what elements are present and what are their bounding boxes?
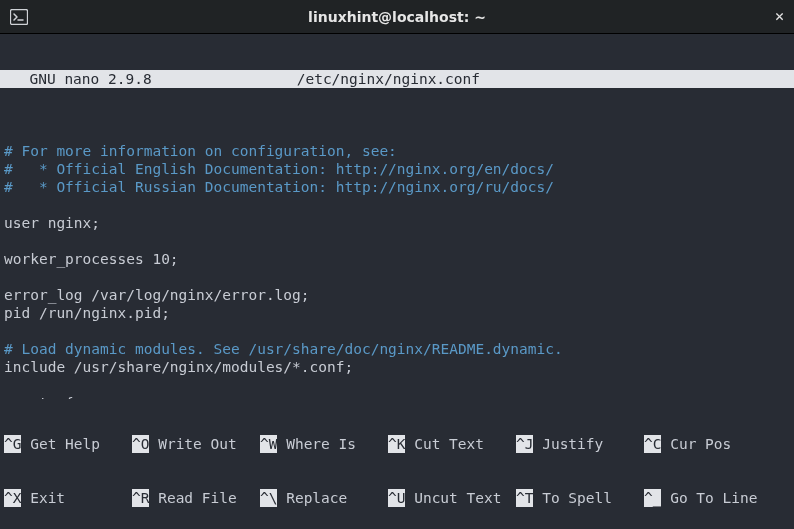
editor-line: # Load dynamic modules. See /usr/share/d… [4, 340, 790, 358]
editor-line: worker_processes 10; [4, 250, 790, 268]
shortcut-item: ^TTo Spell [516, 489, 644, 507]
shortcut-label: Where Is [277, 435, 356, 453]
shortcut-label: Replace [277, 489, 347, 507]
shortcut-key: ^K [388, 435, 405, 453]
nano-app-label: GNU nano 2.9.8 [4, 70, 152, 88]
shortcut-label: Exit [21, 489, 65, 507]
shortcut-label: Cur Pos [661, 435, 731, 453]
shortcut-item: ^GGet Help [4, 435, 132, 453]
window-title: linuxhint@localhost: ~ [90, 9, 704, 25]
terminal-viewport[interactable]: GNU nano 2.9.8 /etc/nginx/nginx.conf # F… [0, 34, 794, 399]
editor-line: error_log /var/log/nginx/error.log; [4, 286, 790, 304]
shortcut-item: ^XExit [4, 489, 132, 507]
shortcut-label: Uncut Text [405, 489, 501, 507]
editor-line [4, 232, 790, 250]
terminal-icon [10, 9, 28, 25]
shortcut-item: ^JJustify [516, 435, 644, 453]
shortcut-label: Get Help [21, 435, 100, 453]
shortcut-label: To Spell [533, 489, 612, 507]
nano-header: GNU nano 2.9.8 /etc/nginx/nginx.conf [0, 70, 794, 88]
shortcut-label: Cut Text [405, 435, 484, 453]
close-icon[interactable]: ✕ [775, 9, 784, 24]
editor-line: include /usr/share/nginx/modules/*.conf; [4, 358, 790, 376]
window-titlebar: linuxhint@localhost: ~ ✕ [0, 0, 794, 34]
shortcut-item: ^KCut Text [388, 435, 516, 453]
editor-line [4, 268, 790, 286]
shortcut-key: ^C [644, 435, 661, 453]
editor-line [4, 196, 790, 214]
shortcut-label: Go To Line [661, 489, 757, 507]
editor-line: pid /run/nginx.pid; [4, 304, 790, 322]
nano-shortcut-bar: ^GGet Help^OWrite Out^WWhere Is^KCut Tex… [0, 399, 794, 529]
shortcut-label: Justify [533, 435, 603, 453]
shortcut-key: ^W [260, 435, 277, 453]
editor-line: # * Official Russian Documentation: http… [4, 178, 790, 196]
shortcut-item: ^WWhere Is [260, 435, 388, 453]
editor-content[interactable]: # For more information on configuration,… [4, 124, 790, 399]
editor-line: # * Official English Documentation: http… [4, 160, 790, 178]
shortcut-item: ^_Go To Line [644, 489, 772, 507]
shortcut-key: ^R [132, 489, 149, 507]
shortcut-key: ^U [388, 489, 405, 507]
editor-line: events { [4, 394, 790, 399]
nano-file-path: /etc/nginx/nginx.conf [152, 70, 790, 88]
shortcut-key: ^O [132, 435, 149, 453]
shortcut-key: ^G [4, 435, 21, 453]
shortcut-item: ^UUncut Text [388, 489, 516, 507]
editor-line: user nginx; [4, 214, 790, 232]
shortcut-key: ^\ [260, 489, 277, 507]
shortcut-key: ^X [4, 489, 21, 507]
shortcut-key: ^T [516, 489, 533, 507]
shortcut-item: ^RRead File [132, 489, 260, 507]
shortcut-item: ^CCur Pos [644, 435, 772, 453]
svg-rect-0 [11, 9, 28, 24]
editor-line [4, 124, 790, 142]
shortcut-item: ^\Replace [260, 489, 388, 507]
shortcut-item: ^OWrite Out [132, 435, 260, 453]
editor-line [4, 376, 790, 394]
editor-line [4, 322, 790, 340]
editor-line: # For more information on configuration,… [4, 142, 790, 160]
shortcut-label: Write Out [149, 435, 236, 453]
shortcut-key: ^_ [644, 489, 661, 507]
shortcut-key: ^J [516, 435, 533, 453]
shortcut-label: Read File [149, 489, 236, 507]
